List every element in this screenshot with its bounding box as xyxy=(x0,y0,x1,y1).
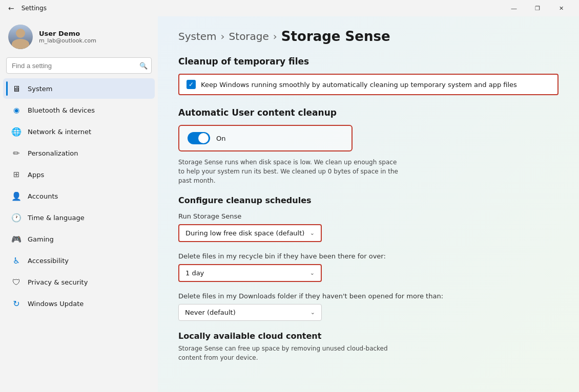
toggle-section: On xyxy=(178,125,353,151)
nav-item-system[interactable]: 🖥 System xyxy=(3,78,155,99)
accounts-icon: 👤 xyxy=(11,191,22,201)
avatar-image xyxy=(8,25,33,49)
user-info: User Demo m_lab@outlook.com xyxy=(39,30,150,44)
cleanup-temp-checkbox-box: Keep Windows running smoothly by automat… xyxy=(178,74,559,95)
downloads-dropdown[interactable]: Never (default) ⌄ xyxy=(178,304,322,321)
nav-item-gaming[interactable]: 🎮 Gaming xyxy=(3,229,155,249)
accessibility-icon: ♿ xyxy=(11,255,22,266)
minimize-button[interactable]: — xyxy=(502,0,526,16)
title-bar-controls: — ❐ ✕ xyxy=(502,0,573,16)
back-icon[interactable]: ← xyxy=(6,4,16,12)
configure-title: Configure cleanup schedules xyxy=(178,195,559,205)
recycle-bin-chevron: ⌄ xyxy=(310,270,315,276)
personalization-icon: ✏ xyxy=(11,148,22,158)
system-icon: 🖥 xyxy=(11,83,22,94)
bluetooth-icon: ◉ xyxy=(11,105,22,115)
network-icon: 🌐 xyxy=(11,126,22,137)
title-bar: ← Settings — ❐ ✕ xyxy=(0,0,579,16)
auto-cleanup-toggle[interactable] xyxy=(188,132,210,144)
run-storage-sense-label: Run Storage Sense xyxy=(178,212,559,220)
window-title: Settings xyxy=(22,5,47,12)
breadcrumb-sep-2: › xyxy=(273,30,277,42)
breadcrumb-sep-1: › xyxy=(221,30,225,42)
nav-item-personalization[interactable]: ✏ Personalization xyxy=(3,143,155,163)
recycle-bin-label: Delete files in my recycle bin if they h… xyxy=(178,252,559,260)
user-profile[interactable]: User Demo m_lab@outlook.com xyxy=(0,16,158,55)
breadcrumb-storage[interactable]: Storage xyxy=(229,30,269,42)
cloud-title: Locally available cloud content xyxy=(178,331,559,341)
recycle-bin-value: 1 day xyxy=(185,269,204,277)
main-window: User Demo m_lab@outlook.com 🔍 🖥 System ◉… xyxy=(0,16,579,392)
auto-cleanup-title: Automatic User content cleanup xyxy=(178,107,559,118)
apps-icon: ⊞ xyxy=(11,169,22,180)
breadcrumb: System › Storage › Storage Sense xyxy=(178,29,559,44)
nav-item-apps[interactable]: ⊞ Apps xyxy=(3,164,155,185)
time-icon: 🕐 xyxy=(11,212,22,223)
nav-item-bluetooth[interactable]: ◉ Bluetooth & devices xyxy=(3,100,155,120)
run-storage-sense-value: During low free disk space (default) xyxy=(185,229,304,237)
nav-item-accounts[interactable]: 👤 Accounts xyxy=(3,186,155,206)
content-area: System › Storage › Storage Sense Cleanup… xyxy=(158,16,579,392)
maximize-button[interactable]: ❐ xyxy=(526,0,549,16)
gaming-icon: 🎮 xyxy=(11,234,22,244)
downloads-value: Never (default) xyxy=(185,309,236,316)
page-title: Storage Sense xyxy=(281,29,390,44)
avatar xyxy=(8,25,33,49)
user-email: m_lab@outlook.com xyxy=(39,37,150,44)
title-bar-left: ← Settings xyxy=(6,4,47,12)
toggle-label: On xyxy=(216,135,225,142)
downloads-chevron: ⌄ xyxy=(311,309,315,316)
auto-cleanup-description: Storage Sense runs when disk space is lo… xyxy=(178,158,404,185)
run-storage-sense-dropdown[interactable]: During low free disk space (default) ⌄ xyxy=(178,224,322,242)
search-icon: 🔍 xyxy=(139,62,148,70)
cleanup-temp-checkbox[interactable] xyxy=(187,80,196,89)
breadcrumb-system[interactable]: System xyxy=(178,30,217,42)
cloud-description: Storage Sense can free up space by remov… xyxy=(178,344,404,362)
close-button[interactable]: ✕ xyxy=(549,0,573,16)
nav-item-accessibility[interactable]: ♿ Accessibility xyxy=(3,250,155,271)
recycle-bin-dropdown[interactable]: 1 day ⌄ xyxy=(178,264,322,282)
cleanup-temp-title: Cleanup of temporary files xyxy=(178,56,559,67)
cleanup-temp-label: Keep Windows running smoothly by automat… xyxy=(201,81,517,89)
nav-item-update[interactable]: ↻ Windows Update xyxy=(3,293,155,314)
run-storage-sense-chevron: ⌄ xyxy=(310,230,315,236)
nav-item-time[interactable]: 🕐 Time & language xyxy=(3,207,155,228)
nav-item-network[interactable]: 🌐 Network & internet xyxy=(3,121,155,142)
sidebar: User Demo m_lab@outlook.com 🔍 🖥 System ◉… xyxy=(0,16,158,392)
nav-item-privacy[interactable]: 🛡 Privacy & security xyxy=(3,272,155,292)
downloads-label: Delete files in my Downloads folder if t… xyxy=(178,292,559,300)
search-box: 🔍 xyxy=(6,57,152,74)
user-name: User Demo xyxy=(39,30,150,37)
privacy-icon: 🛡 xyxy=(11,277,22,287)
search-input[interactable] xyxy=(6,57,152,74)
update-icon: ↻ xyxy=(11,298,22,309)
